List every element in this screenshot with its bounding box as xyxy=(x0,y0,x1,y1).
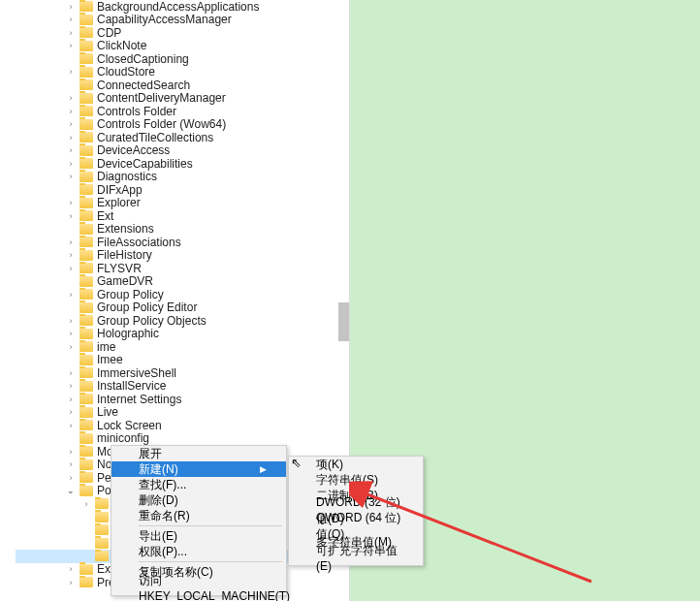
expand-toggle[interactable]: › xyxy=(66,290,76,300)
expand-toggle[interactable]: › xyxy=(66,211,76,221)
expand-toggle[interactable]: › xyxy=(66,459,76,469)
menu-item[interactable]: 新建(N)▶ xyxy=(111,461,286,477)
submenu-item[interactable]: 可扩充字符串值(E) xyxy=(289,550,423,565)
tree-item-cdp[interactable]: ›CDP xyxy=(16,26,349,40)
scrollbar-thumb[interactable] xyxy=(338,302,349,341)
tree-item-lock-screen[interactable]: ›Lock Screen xyxy=(16,419,349,432)
folder-icon xyxy=(80,41,93,51)
tree-item-closedcaptioning[interactable]: ClosedCaptioning xyxy=(16,52,349,66)
tree-item-holographic[interactable]: ›Holographic xyxy=(16,328,349,341)
submenu-item[interactable]: 字符串值(S) xyxy=(289,472,423,488)
menu-item[interactable]: 权限(P)... xyxy=(111,544,286,559)
tree-item-controls-folder-wow64-[interactable]: ›Controls Folder (Wow64) xyxy=(16,118,349,132)
tree-item-installservice[interactable]: ›InstallService xyxy=(16,380,349,394)
expand-toggle[interactable]: › xyxy=(66,564,76,574)
expand-toggle[interactable]: › xyxy=(66,329,76,338)
menu-item[interactable]: 展开 xyxy=(111,446,286,461)
tree-item-filehistory[interactable]: ›FileHistory xyxy=(16,249,349,263)
expand-toggle[interactable]: › xyxy=(66,119,76,129)
tree-item-live[interactable]: ›Live xyxy=(16,406,349,420)
expand-toggle[interactable]: › xyxy=(66,264,76,273)
tree-item-label: ime xyxy=(97,340,115,354)
folder-icon xyxy=(95,551,109,561)
tree-item-ime[interactable]: ›ime xyxy=(16,340,349,354)
tree-item-label: Ext xyxy=(97,209,113,223)
expand-toggle[interactable]: ⌄ xyxy=(66,486,76,495)
menu-item[interactable]: 导出(E) xyxy=(111,528,286,544)
tree-item-deviceaccess[interactable]: ›DeviceAccess xyxy=(16,144,349,158)
expand-toggle[interactable]: › xyxy=(66,67,76,77)
expand-toggle[interactable]: › xyxy=(66,381,76,391)
expand-toggle[interactable]: › xyxy=(66,447,76,457)
menu-item[interactable]: 重命名(R) xyxy=(111,508,286,523)
tree-item-clicknote[interactable]: ›ClickNote xyxy=(16,40,349,53)
expand-toggle[interactable]: › xyxy=(66,93,76,103)
folder-icon xyxy=(80,158,93,169)
expand-toggle[interactable]: › xyxy=(66,198,76,207)
folder-icon xyxy=(80,27,93,38)
tree-item-label: ImmersiveShell xyxy=(97,366,176,380)
tree-item-group-policy[interactable]: ›Group Policy xyxy=(16,288,349,301)
expand-toggle[interactable]: › xyxy=(66,250,76,260)
folder-icon xyxy=(80,577,93,587)
tree-item-controls-folder[interactable]: ›Controls Folder xyxy=(16,105,349,118)
context-menu-main[interactable]: 展开新建(N)▶查找(F)...删除(D)重命名(R)导出(E)权限(P)...… xyxy=(111,445,287,596)
tree-item-ext[interactable]: ›Ext xyxy=(16,209,349,223)
tree-item-label: Controls Folder (Wow64) xyxy=(97,117,226,131)
expand-toggle[interactable]: › xyxy=(66,145,76,155)
tree-item-diagnostics[interactable]: ›Diagnostics xyxy=(16,171,349,184)
menu-item[interactable]: 查找(F)... xyxy=(111,477,286,492)
expand-toggle[interactable]: › xyxy=(66,41,76,50)
tree-item-imee[interactable]: Imee xyxy=(16,354,349,367)
tree-item-connectedsearch[interactable]: ConnectedSearch xyxy=(16,79,349,92)
tree-item-label: ClickNote xyxy=(97,39,146,52)
expand-toggle[interactable]: › xyxy=(66,407,76,417)
expand-toggle[interactable]: › xyxy=(66,473,76,483)
expand-toggle[interactable]: › xyxy=(66,578,76,587)
context-menu-new-submenu[interactable]: 项(K)字符串值(S)二进制值(B)DWORD (32 位)值(D)QWORD … xyxy=(288,456,424,566)
folder-icon xyxy=(80,381,93,392)
menu-item[interactable]: 访问 HKEY_LOCAL_MACHINE(T) xyxy=(111,580,286,595)
expand-toggle[interactable]: › xyxy=(66,342,76,352)
tree-item-flysvr[interactable]: ›FLYSVR xyxy=(16,262,349,275)
tree-item-gamedvr[interactable]: GameDVR xyxy=(16,275,349,289)
tree-item-label: CloudStore xyxy=(97,65,155,79)
menu-item-label: 查找(F)... xyxy=(139,477,186,493)
tree-item-contentdeliverymanager[interactable]: ›ContentDeliveryManager xyxy=(16,92,349,106)
expand-toggle[interactable]: › xyxy=(66,172,76,181)
expand-toggle[interactable]: › xyxy=(66,237,76,247)
expand-toggle[interactable]: › xyxy=(66,395,76,404)
expand-toggle[interactable]: › xyxy=(66,28,76,38)
tree-item-backgroundaccessapplications[interactable]: ›BackgroundAccessApplications xyxy=(16,0,349,14)
expand-toggle[interactable]: › xyxy=(66,159,76,169)
expand-toggle[interactable]: › xyxy=(66,15,76,24)
tree-item-cloudstore[interactable]: ›CloudStore xyxy=(16,66,349,79)
tree-item-curatedtilecollections[interactable]: ›CuratedTileCollections xyxy=(16,131,349,144)
expand-toggle[interactable]: › xyxy=(66,421,76,430)
tree-item-fileassociations[interactable]: ›FileAssociations xyxy=(16,236,349,249)
expand-toggle[interactable]: › xyxy=(66,107,76,116)
tree-item-label: GameDVR xyxy=(97,274,153,288)
tree-item-difxapp[interactable]: DIFxApp xyxy=(16,183,349,197)
folder-icon xyxy=(80,184,93,195)
submenu-item[interactable]: 项(K) xyxy=(289,457,423,472)
tree-item-explorer[interactable]: ›Explorer xyxy=(16,197,349,210)
tree-item-miniconfig[interactable]: miniconfig xyxy=(16,432,349,446)
tree-item-label: FLYSVR xyxy=(97,262,142,275)
tree-item-extensions[interactable]: Extensions xyxy=(16,223,349,237)
tree-item-capabilityaccessmanager[interactable]: ›CapabilityAccessManager xyxy=(16,14,349,27)
expand-toggle[interactable]: › xyxy=(81,499,91,509)
submenu-item[interactable]: QWORD (64 位)值(Q) xyxy=(289,519,423,534)
tree-item-internet-settings[interactable]: ›Internet Settings xyxy=(16,393,349,406)
menu-item[interactable]: 删除(D) xyxy=(111,492,286,508)
tree-item-group-policy-objects[interactable]: ›Group Policy Objects xyxy=(16,314,349,328)
menu-item-label: 导出(E) xyxy=(139,528,177,545)
expand-toggle[interactable]: › xyxy=(66,368,76,378)
expand-toggle[interactable]: › xyxy=(66,133,76,142)
expand-toggle[interactable]: › xyxy=(66,2,76,12)
expand-toggle[interactable]: › xyxy=(66,316,76,326)
tree-item-immersiveshell[interactable]: ›ImmersiveShell xyxy=(16,366,349,380)
tree-item-group-policy-editor[interactable]: Group Policy Editor xyxy=(16,301,349,315)
folder-icon xyxy=(80,315,93,326)
tree-item-devicecapabilities[interactable]: ›DeviceCapabilities xyxy=(16,157,349,171)
